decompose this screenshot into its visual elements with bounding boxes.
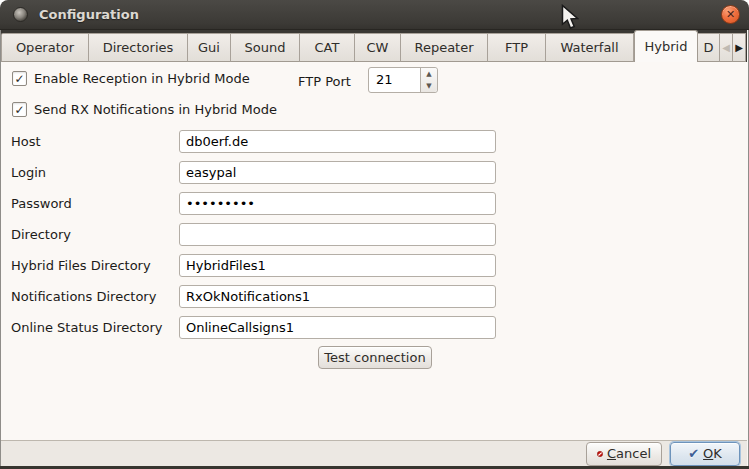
checkmark-icon: ✓ [14,73,24,85]
online-status-directory-row: Online Status Directory [11,316,496,339]
tab-waterfall[interactable]: Waterfall [546,33,634,62]
hybrid-files-directory-row: Hybrid Files Directory [11,254,496,277]
directory-input[interactable] [179,223,496,246]
hybrid-tab-panel: ✓ Enable Reception in Hybrid Mode FTP Po… [1,62,747,440]
tab-gui[interactable]: Gui [188,33,231,62]
ftp-port-spinner[interactable]: 21 ▲ ▼ [368,67,438,93]
tab-directories[interactable]: Directories [89,33,188,62]
tab-d-truncated[interactable]: D [698,33,720,62]
scroll-right-icon: ▶ [735,43,743,53]
tab-scroll-right-button[interactable]: ▶ [733,33,746,62]
send-rx-row: ✓ Send RX Notifications in Hybrid Mode [12,102,277,117]
notifications-directory-label: Notifications Directory [11,289,179,304]
host-row: Host [11,130,496,153]
cancel-button[interactable]: Cancel [586,442,662,466]
ftp-port-value[interactable]: 21 [369,68,420,92]
tab-bar: Operator Directories Gui Sound CAT CW Re… [1,30,747,62]
close-button[interactable]: ✕ [721,5,740,24]
host-input[interactable] [179,130,496,153]
password-row: Password [11,192,496,215]
cancel-label: Cancel [607,446,651,461]
spin-up-icon: ▲ [426,71,431,78]
tab-operator[interactable]: Operator [1,33,89,62]
directory-row: Directory [11,223,496,246]
ok-button[interactable]: ✔ OK [670,442,740,466]
login-label: Login [11,165,179,180]
online-status-directory-input[interactable] [179,316,496,339]
tab-cat[interactable]: CAT [300,33,355,62]
hybrid-files-directory-label: Hybrid Files Directory [11,258,179,273]
window-title: Configuration [39,7,139,22]
test-connection-button[interactable]: Test connection [318,346,432,369]
host-label: Host [11,134,179,149]
ftp-port-label: FTP Port [298,74,351,89]
send-rx-checkbox[interactable]: ✓ [12,102,27,117]
ok-label: OK [703,446,722,461]
enable-reception-row: ✓ Enable Reception in Hybrid Mode [12,71,250,86]
online-status-directory-label: Online Status Directory [11,320,179,335]
configuration-dialog: Configuration ✕ Operator Directories Gui… [0,0,749,469]
tab-scroll-left-button[interactable]: ◀ [720,33,733,62]
spin-down-icon: ▼ [426,83,431,90]
spin-up-button[interactable]: ▲ [421,68,437,80]
spin-down-button[interactable]: ▼ [421,80,437,92]
password-input[interactable] [179,192,496,215]
directory-label: Directory [11,227,179,242]
ftp-port-spin-buttons: ▲ ▼ [420,68,437,92]
login-row: Login [11,161,496,184]
notifications-directory-input[interactable] [179,285,496,308]
tab-cw[interactable]: CW [355,33,401,62]
scroll-left-icon: ◀ [722,43,730,53]
tab-sound[interactable]: Sound [231,33,300,62]
tab-repeater[interactable]: Repeater [401,33,488,62]
hybrid-files-directory-input[interactable] [179,254,496,277]
login-input[interactable] [179,161,496,184]
notifications-directory-row: Notifications Directory [11,285,496,308]
dialog-action-area: Cancel ✔ OK [1,440,747,466]
cancel-icon [597,447,603,461]
ok-check-icon: ✔ [688,446,699,461]
titlebar[interactable]: Configuration ✕ [0,0,749,30]
password-label: Password [11,196,179,211]
send-rx-label: Send RX Notifications in Hybrid Mode [34,102,277,117]
enable-reception-checkbox[interactable]: ✓ [12,71,27,86]
app-icon [13,7,28,22]
close-icon: ✕ [726,9,735,20]
tab-ftp[interactable]: FTP [488,33,546,62]
enable-reception-label: Enable Reception in Hybrid Mode [34,71,250,86]
checkmark-icon: ✓ [14,104,24,116]
tab-hybrid[interactable]: Hybrid [634,30,698,62]
